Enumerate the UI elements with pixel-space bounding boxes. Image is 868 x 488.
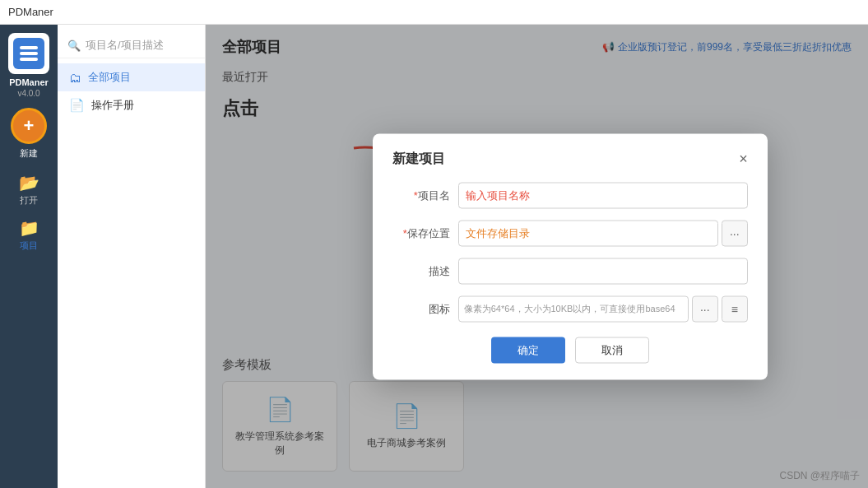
titlebar: PDManer [0,0,868,25]
open-label: 打开 [20,194,38,207]
form-row-name: *项目名 [392,182,748,208]
new-button-label: 新建 [20,147,38,160]
cancel-button[interactable]: 取消 [575,337,649,363]
label-path-text: 保存位置 [407,226,450,239]
titlebar-app-name: PDManer [8,6,53,18]
logo-layer-1 [20,46,38,49]
form-row-desc: 描述 [392,258,748,284]
nav-panel: 🔍 项目名/项目描述 🗂 全部项目 📄 操作手册 [58,25,206,488]
sidebar-item-open[interactable]: 📂 打开 [19,173,39,207]
description-input[interactable] [458,258,748,284]
dialog-footer: 确定 取消 [392,337,748,363]
logo-layers [20,46,38,61]
project-name-input[interactable] [458,182,748,208]
dialog-close-button[interactable]: × [739,151,748,166]
project-label: 项目 [20,239,38,252]
folder-open-icon: 📂 [19,173,39,193]
icon-menu-button[interactable]: ≡ [722,295,748,322]
form-label-desc: 描述 [392,263,458,278]
icon-hint-text: 像素为64*64，大小为10KB以内，可直接使用base64 [458,295,689,322]
dialog-title: 新建项目 [392,150,445,167]
sidebar-version: v4.0.0 [17,89,39,98]
app-layout: PDManer v4.0.0 + 新建 📂 打开 📁 项目 🔍 项目名/项目描述… [0,25,868,488]
plus-icon: + [24,115,35,137]
path-browse-button[interactable]: ··· [722,220,748,246]
form-label-path: *保存位置 [392,225,458,240]
main-content: 全部项目 📢 企业版预订登记，前999名，享受最低三折起折扣优惠 最近打开 点击… [206,25,868,488]
dialog-header: 新建项目 × [392,150,748,167]
form-row-icon: 图标 像素为64*64，大小为10KB以内，可直接使用base64 ··· ≡ [392,295,748,322]
logo-layer-2 [20,52,38,55]
icon-browse-button[interactable]: ··· [692,295,718,322]
sidebar-app-name: PDManer [9,77,49,87]
new-button[interactable]: + [11,108,47,144]
nav-manual-label: 操作手册 [91,98,134,113]
sidebar-logo-inner [13,38,44,69]
sidebar-item-project[interactable]: 📁 项目 [19,218,39,252]
path-input-group: ··· [458,220,748,246]
stack-icon: 🗂 [69,71,81,85]
sidebar-logo [8,33,49,74]
nav-all-projects-label: 全部项目 [88,70,131,85]
label-name-text: 项目名 [418,188,450,201]
confirm-button[interactable]: 确定 [491,337,565,363]
nav-item-manual[interactable]: 📄 操作手册 [58,91,205,119]
search-icon: 🔍 [67,40,81,52]
new-project-dialog: 新建项目 × *项目名 *保存位置 ··· [373,133,768,379]
project-icon: 📁 [19,218,39,238]
form-row-path: *保存位置 ··· [392,220,748,246]
nav-search[interactable]: 🔍 项目名/项目描述 [58,33,205,58]
search-placeholder: 项目名/项目描述 [86,38,164,53]
form-label-name: *项目名 [392,188,458,202]
save-path-input[interactable] [458,220,718,246]
icon-input-group: 像素为64*64，大小为10KB以内，可直接使用base64 ··· ≡ [458,295,748,322]
sidebar: PDManer v4.0.0 + 新建 📂 打开 📁 项目 [0,25,58,488]
logo-layer-3 [20,58,38,61]
form-label-icon: 图标 [392,301,458,316]
book-icon: 📄 [69,98,85,113]
nav-item-all-projects[interactable]: 🗂 全部项目 [58,63,205,91]
